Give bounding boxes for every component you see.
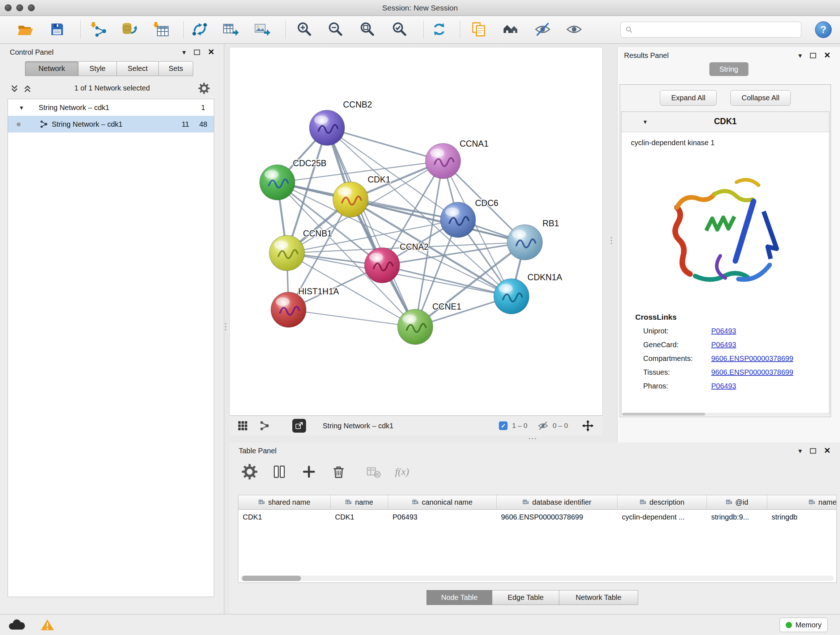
crosslink-link[interactable]: 9606.ENSP00000378699 (711, 368, 793, 377)
results-scrollbar[interactable] (622, 413, 829, 416)
tab-style[interactable]: Style (78, 61, 117, 76)
panel-close-icon[interactable]: ✕ (208, 48, 215, 56)
memory-button[interactable]: Memory (780, 618, 828, 632)
zoom-in-button[interactable] (294, 19, 315, 40)
panel-maximize-icon[interactable] (194, 50, 200, 55)
selected-nodes-checkbox-icon[interactable]: ✓ (499, 421, 508, 430)
cloud-status-icon[interactable] (8, 618, 25, 631)
tab-string[interactable]: String (709, 62, 748, 76)
panel-close-icon[interactable]: ✕ (824, 447, 831, 455)
network-node-CCNE1[interactable] (398, 309, 433, 345)
refresh-view-button[interactable] (429, 19, 450, 40)
network-options-gear-icon[interactable] (198, 82, 210, 94)
add-column-plus-icon[interactable] (301, 464, 317, 480)
column-header-description[interactable]: description (617, 495, 707, 509)
delete-column-trash-icon[interactable] (331, 464, 347, 480)
network-node-CCNB1[interactable] (269, 235, 305, 271)
hide-graphics-button[interactable] (532, 19, 553, 40)
splitter-handle-horizontal[interactable]: ⋯ (528, 434, 537, 443)
edge-CCNA2-CDKN1A[interactable] (382, 265, 512, 296)
splitter-handle-vertical[interactable]: ⋮ (221, 322, 230, 331)
warning-icon[interactable] (41, 618, 54, 631)
string-share-icon[interactable] (259, 420, 270, 431)
cell-canonical-name[interactable]: P06493 (388, 510, 497, 524)
network-node-CDK1[interactable] (333, 182, 368, 217)
network-collection-row[interactable]: ▼ String Network – cdk1 1 (8, 99, 214, 116)
search-input[interactable] (636, 26, 797, 34)
tab-select[interactable]: Select (117, 61, 159, 76)
column-header-id[interactable]: @id (707, 495, 767, 509)
export-image-button[interactable] (252, 19, 273, 40)
results-scrollbar-thumb[interactable] (622, 413, 705, 416)
network-canvas[interactable]: CCNB2CCNA1CDC25BCDK1CDC6RB1CCNB1CCNA2CDK… (229, 47, 603, 416)
show-graphics-button[interactable] (564, 19, 584, 40)
column-header-shared-name[interactable]: shared name (238, 495, 331, 509)
pan-crosshair-icon[interactable] (581, 419, 595, 432)
show-columns-icon[interactable] (271, 464, 287, 480)
collapse-all-button[interactable]: Collapse All (730, 90, 791, 106)
new-network-button[interactable] (189, 19, 210, 40)
column-header-database-identifier[interactable]: database identifier (497, 495, 617, 509)
export-network-button[interactable] (220, 19, 241, 40)
panel-maximize-icon[interactable] (810, 53, 816, 58)
panel-maximize-icon[interactable] (810, 448, 816, 454)
edge-CCNB2-CCNA1[interactable] (327, 128, 443, 161)
table-horizontal-scrollbar[interactable] (240, 576, 834, 581)
tab-network[interactable]: Network (25, 61, 79, 76)
expand-all-button[interactable]: Expand All (660, 90, 717, 106)
cell-database-identifier[interactable]: 9606.ENSP00000378699 (497, 510, 617, 524)
crosslink-link[interactable]: P06493 (711, 327, 736, 335)
network-row[interactable]: String Network – cdk1 11 48 (8, 116, 214, 133)
network-node-CDKN1A[interactable] (494, 279, 529, 314)
table-scrollbar-thumb[interactable] (242, 576, 301, 581)
cell-name[interactable]: CDK1 (331, 510, 388, 524)
panel-float-icon[interactable]: ▾ (798, 52, 802, 59)
panel-float-icon[interactable]: ▾ (182, 49, 186, 56)
import-table-from-file-button[interactable] (150, 19, 172, 40)
import-network-from-database-button[interactable] (118, 19, 139, 40)
edge-HIST1H1A-CCNE1[interactable] (289, 310, 415, 326)
column-header-name[interactable]: name (331, 495, 388, 509)
cell-id[interactable]: stringdb:9... (707, 510, 767, 524)
tab-network-table[interactable]: Network Table (559, 590, 638, 605)
edge-CCNB2-CCNE1[interactable] (327, 128, 415, 327)
tab-node-table[interactable]: Node Table (426, 590, 493, 605)
export-view-button[interactable] (292, 419, 306, 432)
home-button[interactable] (500, 19, 521, 40)
search-box[interactable] (621, 22, 801, 38)
table-row[interactable]: CDK1 CDK1 P06493 9606.ENSP00000378699 cy… (238, 510, 836, 524)
table-settings-gear-icon[interactable] (242, 464, 257, 480)
function-builder-button[interactable]: f(x) (395, 466, 409, 478)
network-node-CDC6[interactable] (440, 202, 476, 238)
zoom-out-button[interactable] (325, 19, 346, 40)
crosslink-link[interactable]: P06493 (711, 382, 736, 390)
network-node-CCNA1[interactable] (425, 143, 461, 179)
copy-button[interactable] (468, 19, 489, 40)
crosslink-link[interactable]: P06493 (711, 340, 736, 349)
cell-description[interactable]: cyclin-dependent ... (617, 510, 707, 524)
crosslink-link[interactable]: 9606.ENSP00000378699 (711, 355, 793, 363)
panel-close-icon[interactable]: ✕ (824, 51, 831, 59)
help-button[interactable]: ? (815, 21, 832, 38)
grid-view-icon[interactable] (237, 420, 248, 431)
save-session-button[interactable] (47, 19, 68, 40)
column-header-namespace[interactable]: namespace (767, 495, 837, 509)
cell-shared-name[interactable]: CDK1 (238, 510, 331, 524)
zoom-selected-button[interactable] (389, 19, 410, 40)
tab-edge-table[interactable]: Edge Table (492, 590, 559, 605)
disclosure-triangle-icon[interactable]: ▼ (19, 105, 24, 111)
protein-header-row[interactable]: ▼ CDK1 (622, 112, 829, 132)
network-node-CDC25B[interactable] (260, 165, 295, 200)
zoom-fit-button[interactable] (357, 19, 378, 40)
network-graph[interactable]: CCNB2CCNA1CDC25BCDK1CDC6RB1CCNB1CCNA2CDK… (230, 48, 602, 415)
tab-sets[interactable]: Sets (158, 61, 193, 76)
cell-namespace[interactable]: stringdb (767, 510, 837, 524)
network-node-CCNA2[interactable] (364, 248, 400, 283)
import-network-from-file-button[interactable] (88, 19, 109, 40)
network-node-CCNB2[interactable] (309, 110, 345, 146)
open-session-button[interactable] (14, 19, 35, 40)
network-node-HIST1H1A[interactable] (271, 292, 306, 328)
hidden-eye-slash-icon[interactable] (538, 420, 548, 431)
column-header-canonical-name[interactable]: canonical name (388, 495, 497, 509)
network-node-RB1[interactable] (507, 225, 543, 260)
